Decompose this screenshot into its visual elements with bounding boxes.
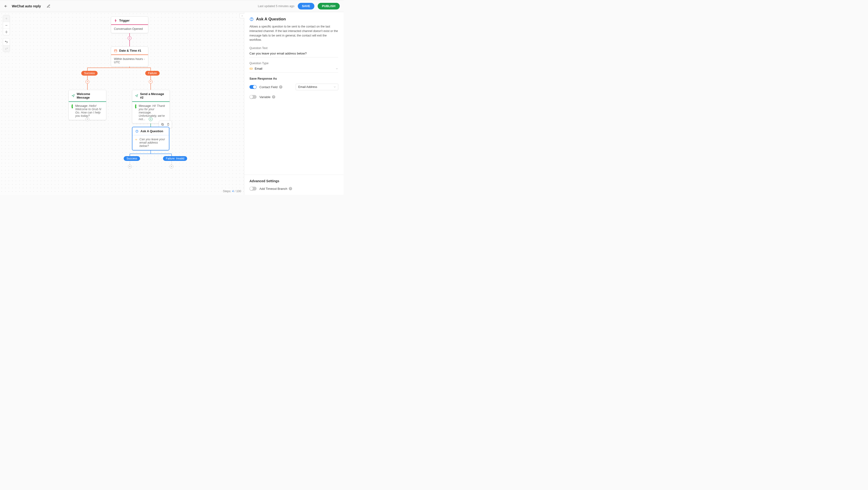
node-datetime[interactable]: Date & Time #1 Within business hours - U… xyxy=(111,47,148,67)
question-text-input[interactable]: Can you leave your email address below? xyxy=(249,50,338,57)
wechat-icon xyxy=(71,104,73,109)
svg-point-31 xyxy=(251,20,252,20)
undo-button[interactable] xyxy=(3,38,10,45)
question-type-label: Question Type xyxy=(249,62,338,65)
help-icon[interactable]: ? xyxy=(272,95,275,98)
add-step-button[interactable]: + xyxy=(149,117,153,121)
node-body-text: Conversation Opened xyxy=(114,27,143,31)
add-step-button[interactable]: + xyxy=(128,165,132,169)
trigger-icon xyxy=(114,19,117,22)
help-icon[interactable]: ? xyxy=(279,85,282,89)
advanced-settings-section: Advanced Settings Add Timeout Branch ? xyxy=(244,175,343,195)
node-body-text: Can you leave your email address below? xyxy=(140,137,166,148)
branch-pill-success[interactable]: Success xyxy=(124,156,140,161)
email-icon xyxy=(135,137,137,142)
publish-button[interactable]: PUBLISH xyxy=(318,3,340,9)
svg-rect-26 xyxy=(161,123,163,125)
header: WeChat auto reply Last updated 5 minutes… xyxy=(0,0,343,12)
back-arrow-icon[interactable] xyxy=(4,4,8,8)
node-body-text: Within business hours - UTC xyxy=(114,57,145,64)
zoom-out-button[interactable] xyxy=(3,22,10,28)
send-icon xyxy=(71,94,75,97)
contact-field-select[interactable]: Email Address xyxy=(296,84,338,90)
zoom-in-button xyxy=(3,15,10,22)
node-body-text: Message: Hi! Thank you for your message.… xyxy=(139,104,167,121)
node-title: Welcome Message xyxy=(77,92,103,99)
side-panel: Ask A Question Allows a specific questio… xyxy=(244,12,343,195)
calendar-icon xyxy=(114,49,117,52)
delete-node-button[interactable] xyxy=(165,122,171,127)
send-icon xyxy=(135,94,138,97)
branch-pill-failure[interactable]: Failure xyxy=(145,71,160,75)
variable-label: Variable ? xyxy=(259,95,275,99)
svg-point-4 xyxy=(6,32,7,32)
add-step-button[interactable]: + xyxy=(128,36,131,40)
svg-rect-21 xyxy=(115,50,117,52)
panel-description: Allows a specific question to be sent to… xyxy=(249,24,338,42)
wechat-icon xyxy=(135,104,136,109)
svg-rect-29 xyxy=(135,139,137,140)
node-title: Date & Time #1 xyxy=(119,49,141,52)
question-type-select[interactable]: Email xyxy=(249,65,338,72)
contact-field-toggle[interactable] xyxy=(249,85,256,89)
step-counter: Steps: 4 / 100 xyxy=(223,189,241,193)
last-updated-text: Last updated 5 minutes ago xyxy=(258,4,294,8)
help-icon[interactable]: ? xyxy=(289,187,292,190)
workflow-canvas[interactable]: Trigger Conversation Opened + Date & Tim… xyxy=(0,12,244,195)
advanced-settings-title: Advanced Settings xyxy=(249,179,338,183)
redo-button xyxy=(3,45,10,52)
email-icon xyxy=(249,67,253,70)
workflow-title: WeChat auto reply xyxy=(12,4,41,8)
add-step-button[interactable]: + xyxy=(86,80,89,84)
node-title: Ask A Question xyxy=(141,129,163,133)
node-welcome-message[interactable]: Welcome Message Message: Hello! Welcome … xyxy=(68,90,106,120)
node-title: Send a Message #2 xyxy=(140,92,167,99)
node-ask-question[interactable]: Ask A Question Can you leave your email … xyxy=(132,127,169,150)
duplicate-node-button[interactable] xyxy=(160,122,165,127)
chevron-down-icon xyxy=(333,86,336,88)
node-body-text: Message: Hello! Welcome to Grub N Go. Ho… xyxy=(75,104,103,118)
edit-title-icon[interactable] xyxy=(47,4,51,8)
question-icon xyxy=(249,17,254,21)
question-icon xyxy=(135,130,138,133)
svg-point-28 xyxy=(137,132,137,132)
center-view-button[interactable] xyxy=(3,28,10,35)
contact-field-label: Contact Field ? xyxy=(259,85,282,89)
question-text-label: Question Text xyxy=(249,47,338,50)
node-title: Trigger xyxy=(119,19,130,22)
variable-toggle[interactable] xyxy=(249,95,256,99)
svg-rect-32 xyxy=(250,68,252,69)
timeout-branch-label: Add Timeout Branch ? xyxy=(259,187,292,190)
svg-rect-25 xyxy=(162,124,164,126)
timeout-branch-toggle[interactable] xyxy=(249,187,256,190)
add-step-button[interactable]: + xyxy=(149,80,153,84)
save-response-label: Save Response As xyxy=(249,77,338,80)
branch-pill-failure-invalid[interactable]: Failure: Invalid xyxy=(163,156,187,161)
panel-title: Ask A Question xyxy=(249,17,338,22)
connector-lines xyxy=(0,12,244,195)
branch-pill-success[interactable]: Success xyxy=(81,71,98,75)
chevron-down-icon xyxy=(336,67,338,70)
save-button[interactable]: SAVE xyxy=(298,3,314,9)
node-trigger[interactable]: Trigger Conversation Opened xyxy=(111,17,148,33)
add-step-button[interactable]: + xyxy=(169,165,174,169)
add-step-button[interactable]: + xyxy=(86,117,89,121)
collapse-panel-button[interactable] xyxy=(240,13,244,18)
